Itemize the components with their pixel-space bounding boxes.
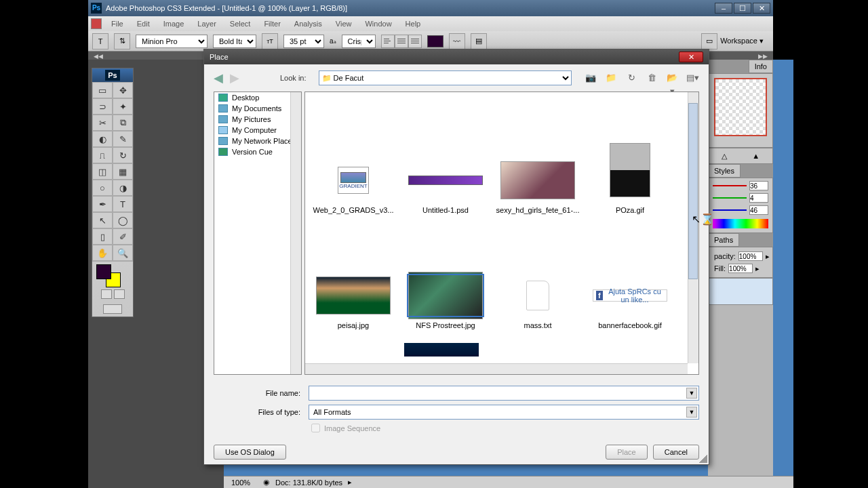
color-swatches[interactable]	[92, 261, 133, 287]
tree-versioncue[interactable]: Version Cue	[214, 146, 301, 157]
marquee-tool[interactable]: ▭	[92, 82, 113, 98]
screen-mode-icon[interactable]: ▭	[701, 33, 717, 49]
zoom-input[interactable]	[224, 479, 258, 487]
orientation-icon[interactable]: ⇅	[114, 33, 130, 49]
font-size-select[interactable]: 35 pt	[283, 35, 324, 48]
menu-edit[interactable]: Edit	[130, 18, 157, 30]
file-item[interactable]: mass.txt	[495, 221, 580, 329]
menu-window[interactable]: Window	[358, 18, 398, 30]
history-brush-tool[interactable]: ↻	[113, 147, 133, 163]
menu-analysis[interactable]: Analysis	[288, 18, 329, 30]
os-dialog-button[interactable]: Use OS Dialog	[214, 445, 286, 460]
gradient-tool[interactable]: ▦	[113, 163, 133, 180]
color-ramp[interactable]	[713, 219, 768, 228]
zoom-in-icon[interactable]: ▲	[752, 152, 760, 160]
cancel-button[interactable]: Cancel	[653, 445, 699, 460]
menu-help[interactable]: Help	[399, 18, 428, 30]
standard-mode-icon[interactable]	[101, 289, 112, 299]
file-item[interactable]	[399, 336, 484, 357]
file-item[interactable]: NFS Prostreet.jpg	[403, 221, 488, 329]
dialog-titlebar[interactable]: Place ✕	[204, 49, 709, 64]
opacity-value[interactable]	[738, 251, 763, 261]
font-weight-select[interactable]: Bold Italic	[213, 35, 256, 48]
filetype-select[interactable]: All Formats▼	[309, 405, 699, 420]
open-icon[interactable]: 📂▾	[665, 71, 679, 85]
eyedropper-tool[interactable]: ✐	[113, 228, 133, 245]
heal-tool[interactable]: ◐	[92, 131, 113, 147]
align-right-button[interactable]	[408, 35, 422, 48]
zoom-tool[interactable]: 🔍	[113, 245, 133, 261]
slice-tool[interactable]: ⧉	[113, 115, 133, 131]
file-item[interactable]: peisaj.jpg	[311, 221, 396, 329]
wand-tool[interactable]: ✦	[113, 98, 133, 115]
char-panel-icon[interactable]: ▤	[471, 33, 487, 49]
view-mode-icon[interactable]: ▤▾	[686, 71, 699, 85]
quickmask-mode-icon[interactable]	[114, 289, 125, 299]
paths-tab[interactable]: Paths	[708, 233, 739, 247]
file-item[interactable]: sexy_hd_girls_fete_61-...	[495, 106, 580, 214]
tree-pictures[interactable]: My Pictures	[214, 114, 301, 125]
path-tool[interactable]: ↖	[92, 212, 113, 228]
stamp-tool[interactable]: ⎍	[92, 147, 113, 163]
maximize-button[interactable]: ☐	[734, 3, 751, 14]
menu-layer[interactable]: Layer	[191, 18, 223, 30]
lasso-tool[interactable]: ⊃	[92, 98, 113, 115]
warp-text-icon[interactable]: 〰	[449, 33, 465, 49]
align-left-button[interactable]	[381, 35, 395, 48]
workspace-button[interactable]: Workspace ▾	[720, 37, 764, 45]
close-button[interactable]: ✕	[753, 3, 770, 14]
g-value[interactable]	[749, 193, 768, 203]
crop-tool[interactable]: ✂	[92, 115, 113, 131]
font-family-select[interactable]: Minion Pro	[136, 35, 208, 48]
tree-desktop[interactable]: Desktop	[214, 92, 301, 103]
dialog-close-button[interactable]: ✕	[679, 52, 703, 62]
brush-tool[interactable]: ✎	[113, 131, 133, 147]
b-slider[interactable]	[713, 209, 747, 211]
zoom-out-icon[interactable]: △	[722, 152, 727, 161]
lookin-select[interactable]: 📁 De Facut	[319, 70, 572, 85]
g-slider[interactable]	[713, 197, 747, 199]
styles-tab[interactable]: Styles	[708, 164, 741, 178]
antialias-select[interactable]: Crisp	[342, 35, 376, 48]
file-item[interactable]: fAjuta SpRCs cu un like...bannerfacebook…	[587, 221, 673, 329]
screen-mode-button[interactable]	[103, 304, 122, 314]
blur-tool[interactable]: ○	[92, 180, 113, 196]
r-slider[interactable]	[713, 185, 747, 186]
back-button[interactable]: ◀	[214, 70, 223, 85]
menu-filter[interactable]: Filter	[257, 18, 287, 30]
align-center-button[interactable]	[395, 35, 408, 48]
resize-grip[interactable]	[699, 455, 707, 463]
menu-file[interactable]: File	[104, 18, 130, 30]
dodge-tool[interactable]: ◑	[113, 180, 133, 196]
eraser-tool[interactable]: ◫	[92, 163, 113, 180]
move-tool[interactable]: ✥	[113, 82, 133, 98]
fill-value[interactable]	[728, 264, 753, 273]
menu-view[interactable]: View	[329, 18, 359, 30]
delete-icon[interactable]: 🗑	[645, 71, 658, 85]
refresh-icon[interactable]: ↻	[625, 71, 638, 85]
text-color-swatch[interactable]	[427, 35, 443, 47]
forward-button[interactable]: ▶	[230, 70, 239, 85]
file-item[interactable]: Untitled-1.psd	[403, 106, 488, 214]
minimize-button[interactable]: –	[715, 3, 732, 14]
file-item[interactable]: POza.gif	[587, 106, 673, 214]
r-value[interactable]	[749, 181, 768, 190]
info-tab[interactable]: Info	[749, 60, 773, 73]
notes-tool[interactable]: ▯	[92, 228, 113, 245]
place-button[interactable]: Place	[606, 445, 648, 460]
files-hscrollbar[interactable]	[305, 363, 688, 374]
shape-tool[interactable]: ◯	[113, 212, 133, 228]
tree-documents[interactable]: My Documents	[214, 103, 301, 114]
b-value[interactable]	[749, 205, 768, 215]
navigator-thumbnail[interactable]	[714, 78, 767, 136]
tree-computer[interactable]: My Computer	[214, 125, 301, 136]
pen-tool[interactable]: ✒	[92, 196, 113, 212]
menu-select[interactable]: Select	[223, 18, 258, 30]
tree-scrollbar[interactable]	[290, 92, 301, 374]
tree-network[interactable]: My Network Places	[214, 136, 301, 146]
new-folder-icon[interactable]: 📁	[604, 71, 618, 85]
filename-input[interactable]: ▼	[309, 386, 699, 401]
up-folder-icon[interactable]: 📷	[584, 71, 597, 85]
type-tool[interactable]: T	[113, 196, 133, 212]
hand-tool[interactable]: ✋	[92, 245, 113, 261]
